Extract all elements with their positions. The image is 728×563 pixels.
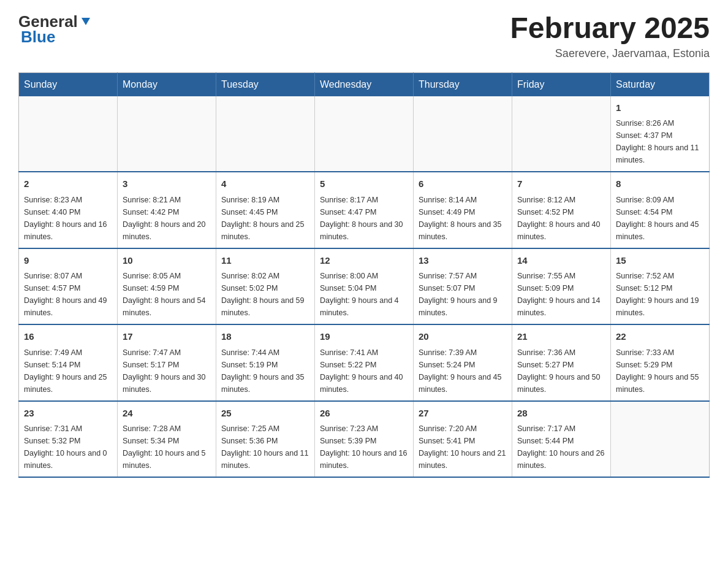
month-title: February 2025 bbox=[510, 12, 710, 45]
calendar-cell: 20Sunrise: 7:39 AMSunset: 5:24 PMDayligh… bbox=[414, 324, 512, 401]
day-info: Sunrise: 7:55 AMSunset: 5:09 PMDaylight:… bbox=[517, 270, 605, 319]
day-number: 3 bbox=[123, 177, 211, 191]
day-number: 27 bbox=[419, 407, 507, 421]
day-info: Sunrise: 7:25 AMSunset: 5:36 PMDaylight:… bbox=[221, 423, 309, 472]
day-number: 9 bbox=[24, 254, 112, 268]
day-number: 14 bbox=[517, 254, 605, 268]
day-info: Sunrise: 7:17 AMSunset: 5:44 PMDaylight:… bbox=[517, 423, 605, 472]
day-number: 16 bbox=[24, 330, 112, 344]
calendar-cell: 6Sunrise: 8:14 AMSunset: 4:49 PMDaylight… bbox=[414, 172, 512, 248]
calendar-week-5: 23Sunrise: 7:31 AMSunset: 5:32 PMDayligh… bbox=[19, 401, 710, 478]
weekday-thursday: Thursday bbox=[414, 72, 512, 96]
day-number: 2 bbox=[24, 177, 112, 191]
calendar-cell: 3Sunrise: 8:21 AMSunset: 4:42 PMDaylight… bbox=[118, 172, 216, 248]
day-number: 10 bbox=[123, 254, 211, 268]
calendar-cell: 2Sunrise: 8:23 AMSunset: 4:40 PMDaylight… bbox=[19, 172, 118, 248]
day-info: Sunrise: 8:19 AMSunset: 4:45 PMDaylight:… bbox=[221, 194, 309, 243]
calendar-cell: 21Sunrise: 7:36 AMSunset: 5:27 PMDayligh… bbox=[512, 324, 611, 401]
day-number: 25 bbox=[221, 407, 309, 421]
calendar-cell: 27Sunrise: 7:20 AMSunset: 5:41 PMDayligh… bbox=[414, 401, 512, 478]
day-info: Sunrise: 7:31 AMSunset: 5:32 PMDaylight:… bbox=[24, 423, 112, 472]
weekday-wednesday: Wednesday bbox=[315, 72, 414, 96]
calendar-week-1: 1Sunrise: 8:26 AMSunset: 4:37 PMDaylight… bbox=[19, 96, 710, 172]
day-info: Sunrise: 7:52 AMSunset: 5:12 PMDaylight:… bbox=[616, 270, 704, 319]
day-number: 11 bbox=[221, 254, 309, 268]
day-info: Sunrise: 7:57 AMSunset: 5:07 PMDaylight:… bbox=[419, 270, 507, 319]
day-number: 6 bbox=[419, 177, 507, 191]
calendar-week-4: 16Sunrise: 7:49 AMSunset: 5:14 PMDayligh… bbox=[19, 324, 710, 401]
calendar-cell: 8Sunrise: 8:09 AMSunset: 4:54 PMDaylight… bbox=[611, 172, 710, 248]
weekday-monday: Monday bbox=[118, 72, 216, 96]
calendar-cell: 23Sunrise: 7:31 AMSunset: 5:32 PMDayligh… bbox=[19, 401, 118, 478]
day-info: Sunrise: 8:05 AMSunset: 4:59 PMDaylight:… bbox=[123, 270, 211, 319]
day-info: Sunrise: 7:41 AMSunset: 5:22 PMDaylight:… bbox=[320, 347, 408, 396]
day-info: Sunrise: 7:33 AMSunset: 5:29 PMDaylight:… bbox=[616, 347, 704, 396]
calendar-cell: 16Sunrise: 7:49 AMSunset: 5:14 PMDayligh… bbox=[19, 324, 118, 401]
day-info: Sunrise: 7:49 AMSunset: 5:14 PMDaylight:… bbox=[24, 347, 112, 396]
calendar-cell bbox=[216, 96, 315, 172]
calendar-cell bbox=[611, 401, 710, 478]
day-number: 22 bbox=[616, 330, 704, 344]
day-number: 19 bbox=[320, 330, 408, 344]
page-header: General Blue February 2025 Saerevere, Ja… bbox=[18, 12, 710, 60]
day-info: Sunrise: 8:14 AMSunset: 4:49 PMDaylight:… bbox=[419, 194, 507, 243]
calendar-cell: 11Sunrise: 8:02 AMSunset: 5:02 PMDayligh… bbox=[216, 248, 315, 325]
calendar-body: 1Sunrise: 8:26 AMSunset: 4:37 PMDaylight… bbox=[19, 96, 710, 478]
day-info: Sunrise: 8:23 AMSunset: 4:40 PMDaylight:… bbox=[24, 194, 112, 243]
day-number: 15 bbox=[616, 254, 704, 268]
svg-marker-0 bbox=[82, 18, 90, 25]
day-info: Sunrise: 8:17 AMSunset: 4:47 PMDaylight:… bbox=[320, 194, 408, 243]
title-section: February 2025 Saerevere, Jaervamaa, Esto… bbox=[510, 12, 710, 60]
day-number: 23 bbox=[24, 407, 112, 421]
day-number: 18 bbox=[221, 330, 309, 344]
calendar-cell bbox=[19, 96, 118, 172]
day-number: 21 bbox=[517, 330, 605, 344]
day-info: Sunrise: 8:02 AMSunset: 5:02 PMDaylight:… bbox=[221, 270, 309, 319]
calendar-week-2: 2Sunrise: 8:23 AMSunset: 4:40 PMDaylight… bbox=[19, 172, 710, 248]
day-number: 1 bbox=[616, 101, 704, 115]
calendar-cell bbox=[118, 96, 216, 172]
calendar-header: SundayMondayTuesdayWednesdayThursdayFrid… bbox=[19, 72, 710, 96]
day-number: 4 bbox=[221, 177, 309, 191]
weekday-saturday: Saturday bbox=[611, 72, 710, 96]
logo-blue-text: Blue bbox=[21, 28, 55, 47]
location-subtitle: Saerevere, Jaervamaa, Estonia bbox=[510, 47, 710, 60]
day-info: Sunrise: 7:23 AMSunset: 5:39 PMDaylight:… bbox=[320, 423, 408, 472]
day-number: 7 bbox=[517, 177, 605, 191]
calendar-cell: 24Sunrise: 7:28 AMSunset: 5:34 PMDayligh… bbox=[118, 401, 216, 478]
weekday-header-row: SundayMondayTuesdayWednesdayThursdayFrid… bbox=[19, 72, 710, 96]
weekday-friday: Friday bbox=[512, 72, 611, 96]
day-info: Sunrise: 7:28 AMSunset: 5:34 PMDaylight:… bbox=[123, 423, 211, 472]
calendar-cell: 12Sunrise: 8:00 AMSunset: 5:04 PMDayligh… bbox=[315, 248, 414, 325]
weekday-tuesday: Tuesday bbox=[216, 72, 315, 96]
day-number: 17 bbox=[123, 330, 211, 344]
calendar-cell: 5Sunrise: 8:17 AMSunset: 4:47 PMDaylight… bbox=[315, 172, 414, 248]
day-info: Sunrise: 7:20 AMSunset: 5:41 PMDaylight:… bbox=[419, 423, 507, 472]
logo: General Blue bbox=[18, 12, 94, 47]
calendar-cell: 13Sunrise: 7:57 AMSunset: 5:07 PMDayligh… bbox=[414, 248, 512, 325]
calendar-cell: 4Sunrise: 8:19 AMSunset: 4:45 PMDaylight… bbox=[216, 172, 315, 248]
calendar-week-3: 9Sunrise: 8:07 AMSunset: 4:57 PMDaylight… bbox=[19, 248, 710, 325]
calendar-cell: 1Sunrise: 8:26 AMSunset: 4:37 PMDaylight… bbox=[611, 96, 710, 172]
calendar-cell bbox=[414, 96, 512, 172]
day-number: 24 bbox=[123, 407, 211, 421]
calendar-cell: 25Sunrise: 7:25 AMSunset: 5:36 PMDayligh… bbox=[216, 401, 315, 478]
day-info: Sunrise: 8:07 AMSunset: 4:57 PMDaylight:… bbox=[24, 270, 112, 319]
calendar-cell: 9Sunrise: 8:07 AMSunset: 4:57 PMDaylight… bbox=[19, 248, 118, 325]
calendar-cell: 15Sunrise: 7:52 AMSunset: 5:12 PMDayligh… bbox=[611, 248, 710, 325]
calendar-cell: 17Sunrise: 7:47 AMSunset: 5:17 PMDayligh… bbox=[118, 324, 216, 401]
calendar-cell: 26Sunrise: 7:23 AMSunset: 5:39 PMDayligh… bbox=[315, 401, 414, 478]
calendar-cell bbox=[512, 96, 611, 172]
day-number: 8 bbox=[616, 177, 704, 191]
day-number: 28 bbox=[517, 407, 605, 421]
weekday-sunday: Sunday bbox=[19, 72, 118, 96]
day-number: 26 bbox=[320, 407, 408, 421]
day-info: Sunrise: 7:36 AMSunset: 5:27 PMDaylight:… bbox=[517, 347, 605, 396]
day-number: 5 bbox=[320, 177, 408, 191]
day-info: Sunrise: 8:26 AMSunset: 4:37 PMDaylight:… bbox=[616, 117, 704, 166]
calendar-cell: 19Sunrise: 7:41 AMSunset: 5:22 PMDayligh… bbox=[315, 324, 414, 401]
calendar-cell: 7Sunrise: 8:12 AMSunset: 4:52 PMDaylight… bbox=[512, 172, 611, 248]
calendar-cell: 14Sunrise: 7:55 AMSunset: 5:09 PMDayligh… bbox=[512, 248, 611, 325]
day-info: Sunrise: 8:00 AMSunset: 5:04 PMDaylight:… bbox=[320, 270, 408, 319]
calendar-cell bbox=[315, 96, 414, 172]
